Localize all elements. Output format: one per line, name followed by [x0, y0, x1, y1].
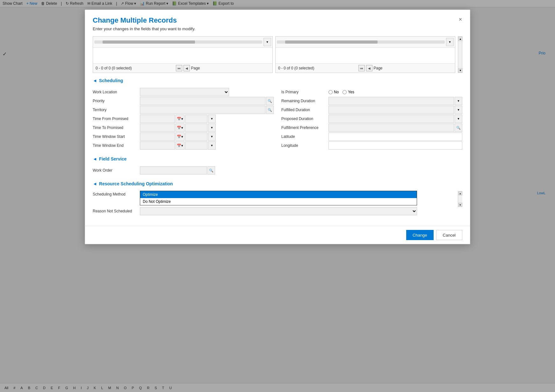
priority-lookup-btn[interactable]: 🔍 — [266, 97, 274, 105]
fulfillment-preference-input[interactable] — [328, 124, 454, 132]
is-primary-no-option[interactable]: No — [328, 90, 339, 94]
reason-not-scheduled-select[interactable] — [140, 207, 417, 215]
work-location-select[interactable] — [140, 88, 229, 96]
fulfilled-duration-btn[interactable]: ▼ — [455, 106, 462, 114]
remaining-duration-control: ▼ — [328, 97, 462, 105]
time-window-start-cal-btn[interactable]: 📅▾ — [176, 132, 184, 141]
time-window-start-row: Time Window Start 📅▾ ▼ — [93, 132, 274, 141]
proposed-duration-label: Proposed Duration — [281, 117, 326, 121]
latitude-input[interactable] — [328, 132, 462, 141]
time-window-end-date-input[interactable] — [140, 141, 175, 150]
scheduling-left-col: Work Location Priority — [93, 88, 274, 150]
priority-row: Priority 🔍 — [93, 96, 274, 105]
remaining-duration-btn[interactable]: ▼ — [455, 97, 462, 105]
scheduling-section: ◄ Scheduling Work Location — [93, 77, 462, 150]
longitude-input[interactable] — [328, 141, 462, 150]
rso-collapse-icon: ◄ — [93, 181, 97, 186]
remaining-duration-input[interactable] — [328, 97, 454, 105]
time-window-end-row: Time Window End 📅▾ ▼ — [93, 141, 274, 150]
time-from-promised-time-input[interactable] — [185, 115, 207, 123]
latitude-label: Latitude — [281, 134, 326, 139]
field-service-section-header[interactable]: ◄ Field Service — [93, 155, 462, 163]
grid1-first-btn[interactable]: ⏮ — [176, 65, 182, 71]
grid1-nav: 0 - 0 of 0 (0 selected) ⏮ ◀ Page — [93, 63, 272, 73]
time-from-promised-date-input[interactable] — [140, 115, 175, 123]
grid1-prev-btn[interactable]: ◀ — [184, 65, 190, 71]
work-order-label: Work Order — [93, 168, 137, 173]
time-window-start-time-input[interactable] — [185, 132, 207, 141]
work-order-lookup-btn[interactable]: 🔍 — [207, 166, 215, 175]
grid2-pagination: 0 - 0 of 0 (0 selected) — [278, 66, 357, 70]
time-from-promised-label: Time From Promised — [93, 117, 137, 121]
dialog-subtitle: Enter your changes in the fields that yo… — [93, 26, 462, 31]
territory-row: Territory 🔍 — [93, 105, 274, 114]
fulfilled-duration-control: ▼ — [328, 106, 462, 114]
time-to-promised-time-input[interactable] — [185, 124, 207, 132]
is-primary-no-radio[interactable] — [328, 90, 333, 94]
change-multiple-records-dialog: Change Multiple Records Enter your chang… — [85, 10, 470, 244]
time-from-promised-control: 📅▾ ▼ — [140, 115, 274, 123]
time-to-promised-cal-btn[interactable]: 📅▾ — [176, 124, 184, 132]
scheduling-method-do-not-optimize-option[interactable]: Do Not Optimize — [140, 198, 417, 205]
time-window-start-control: 📅▾ ▼ — [140, 132, 274, 141]
is-primary-yes-option[interactable]: Yes — [342, 90, 354, 94]
scheduling-method-optimize-option[interactable]: Optimize — [140, 191, 417, 198]
work-order-input[interactable] — [140, 166, 207, 175]
grids-scroll-up-arrow[interactable]: ▲ — [458, 37, 463, 41]
time-from-promised-time-btn[interactable]: ▼ — [208, 115, 216, 123]
proposed-duration-btn[interactable]: ▼ — [455, 115, 462, 123]
fulfilled-duration-input[interactable] — [328, 106, 454, 114]
cancel-button[interactable]: Cancel — [436, 230, 462, 240]
fulfillment-preference-lookup-btn[interactable]: 🔍 — [455, 124, 462, 132]
scheduling-method-dropdown[interactable]: Optimize Do Not Optimize — [140, 191, 417, 205]
time-window-end-time-input[interactable] — [185, 141, 207, 150]
fulfillment-preference-label: Fulfillment Preference — [281, 125, 326, 130]
proposed-duration-input[interactable] — [328, 115, 454, 123]
is-primary-yes-radio[interactable] — [342, 90, 347, 94]
priority-input[interactable] — [140, 97, 265, 105]
territory-control: 🔍 — [140, 106, 274, 114]
lookup-grid-1: ▼ 0 - 0 of 0 (0 selected) ⏮ ◀ Page — [93, 36, 273, 73]
lookup-grid-2: ▼ 0 - 0 of 0 (0 selected) ⏮ ◀ Page — [275, 36, 455, 73]
reason-not-scheduled-select-wrapper — [140, 207, 462, 215]
longitude-label: Longitude — [281, 143, 326, 148]
time-to-promised-date-input[interactable] — [140, 124, 175, 132]
grid2-prev-btn[interactable]: ◀ — [366, 65, 372, 71]
is-primary-control: No Yes — [328, 90, 462, 94]
field-service-collapse-icon: ◄ — [93, 156, 97, 161]
grid2-first-btn[interactable]: ⏮ — [358, 65, 365, 71]
dropdown-scroll-down[interactable]: ▼ — [458, 203, 462, 207]
fulfillment-preference-control: 🔍 — [328, 124, 462, 132]
time-from-promised-cal-btn[interactable]: 📅▾ — [176, 115, 184, 123]
grid2-page-label: Page — [374, 66, 453, 70]
time-to-promised-control: 📅▾ ▼ — [140, 124, 274, 132]
proposed-duration-control: ▼ — [328, 115, 462, 123]
grid2-scroll-up[interactable]: ▼ — [446, 38, 454, 46]
rso-section-header[interactable]: ◄ Resource Scheduling Optimization — [93, 180, 462, 188]
territory-lookup-btn[interactable]: 🔍 — [266, 106, 274, 114]
time-window-end-cal-btn[interactable]: 📅▾ — [176, 141, 184, 150]
time-to-promised-time-btn[interactable]: ▼ — [208, 124, 216, 132]
is-primary-label: Is Primary — [281, 90, 326, 94]
work-location-label: Work Location — [93, 90, 137, 94]
scheduling-form-grid: Work Location Priority — [93, 88, 462, 150]
grids-scroll-down-arrow[interactable]: ▼ — [458, 68, 463, 73]
scheduling-method-label: Scheduling Method — [93, 191, 137, 196]
time-window-start-date-input[interactable] — [140, 132, 175, 141]
work-location-control — [140, 88, 274, 96]
scheduling-section-header[interactable]: ◄ Scheduling — [93, 77, 462, 84]
change-button[interactable]: Change — [406, 230, 434, 240]
scheduling-method-row: Scheduling Method Optimize Do Not Optimi… — [93, 191, 462, 205]
grid2-body — [276, 47, 455, 63]
latitude-control — [328, 132, 462, 141]
longitude-row: Longitude — [281, 141, 462, 150]
dialog-close-button[interactable]: × — [456, 15, 465, 24]
field-service-section: ◄ Field Service Work Order 🔍 — [93, 155, 462, 175]
territory-input[interactable] — [140, 106, 265, 114]
grid1-scroll-up[interactable]: ▼ — [263, 38, 271, 46]
work-location-select-wrapper — [140, 88, 274, 96]
dropdown-scroll-up[interactable]: ▲ — [458, 191, 462, 195]
time-window-end-time-btn[interactable]: ▼ — [208, 141, 216, 150]
dialog-body: ▼ 0 - 0 of 0 (0 selected) ⏮ ◀ Page ▼ — [85, 35, 470, 226]
time-window-start-time-btn[interactable]: ▼ — [208, 132, 216, 141]
